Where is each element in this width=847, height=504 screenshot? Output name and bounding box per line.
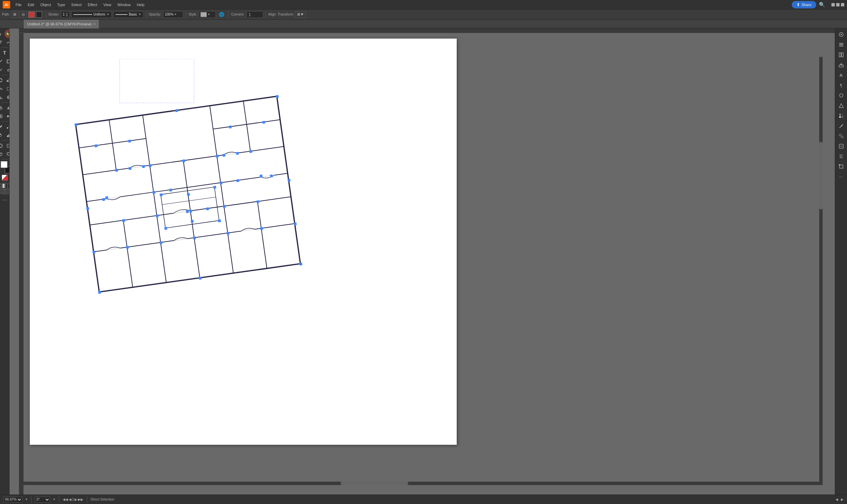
menu-edit[interactable]: Edit	[25, 2, 37, 8]
perspective-tool[interactable]	[0, 93, 5, 101]
hand-tool[interactable]	[0, 150, 5, 158]
curvature-tool[interactable]	[5, 38, 10, 47]
symbols-btn[interactable]	[836, 131, 846, 141]
close-button[interactable]	[841, 3, 844, 6]
selection-tool[interactable]	[0, 30, 5, 38]
align-panel-btn[interactable]	[836, 151, 846, 161]
tab-close-button[interactable]: ×	[93, 22, 96, 26]
chart-tool[interactable]	[5, 131, 10, 139]
menu-help[interactable]: Help	[134, 2, 148, 8]
symbol-tool[interactable]	[0, 131, 5, 139]
corners-down[interactable]: ▼	[249, 15, 251, 17]
screen-mode-1[interactable]	[0, 189, 4, 194]
artboard-tool[interactable]	[0, 142, 5, 150]
svg-rect-82	[156, 214, 159, 217]
prev-page-button[interactable]: ◀	[69, 498, 71, 501]
first-page-button[interactable]: ◀◀	[63, 498, 68, 501]
free-transform-tool[interactable]	[5, 85, 10, 93]
menu-object[interactable]: Object	[38, 2, 54, 8]
transform-panel-btn[interactable]	[836, 162, 846, 171]
pencil-tool[interactable]	[0, 66, 5, 74]
eyedropper-tool[interactable]	[0, 123, 5, 131]
last-page-button[interactable]: ▶▶	[78, 498, 83, 501]
pen-tool[interactable]	[0, 38, 5, 47]
reshape-tool[interactable]	[5, 93, 10, 101]
profile-button[interactable]: 🌐	[217, 11, 226, 18]
properties-btn[interactable]	[836, 30, 846, 39]
rectangle-tool[interactable]	[5, 57, 10, 65]
stroke-color-swatch[interactable]	[29, 12, 35, 18]
slice-tool[interactable]	[5, 142, 10, 150]
fill-swatch[interactable]	[1, 161, 7, 168]
line-type-dropdown[interactable]: Basic ▼	[113, 11, 144, 18]
libraries-btn[interactable]	[836, 50, 846, 59]
more-panels-btn[interactable]: ···	[836, 172, 846, 181]
fill-color-swatch[interactable]	[36, 12, 42, 18]
toggle-left-panel[interactable]: ◀	[835, 498, 838, 501]
vertical-scrollbar[interactable]	[819, 57, 823, 482]
style-dropdown[interactable]: ▼	[199, 11, 216, 18]
blend-tool[interactable]	[5, 123, 10, 131]
menu-window[interactable]: Window	[115, 2, 134, 8]
horizontal-scroll-thumb[interactable]	[341, 482, 408, 485]
rotate-tool[interactable]	[0, 76, 5, 84]
screen-mode-2[interactable]	[5, 189, 10, 194]
shape-builder-tool[interactable]	[0, 104, 5, 112]
horizontal-scrollbar[interactable]	[19, 482, 823, 485]
opt-icon-1[interactable]: ⊞	[11, 11, 18, 18]
svg-rect-105	[206, 207, 209, 210]
zoom-select[interactable]: 66.67% 50% 100%	[3, 497, 22, 503]
vertical-scroll-thumb[interactable]	[819, 142, 823, 210]
scale-tool[interactable]	[5, 76, 10, 84]
transform-options-btn[interactable]: ⊞▼	[295, 11, 306, 18]
svg-rect-78	[149, 164, 152, 167]
layers-btn[interactable]	[836, 40, 846, 50]
no-color-button[interactable]	[2, 175, 8, 181]
export-btn[interactable]	[836, 60, 846, 70]
assets-btn[interactable]	[836, 101, 846, 110]
menu-effect[interactable]: Effect	[85, 2, 100, 8]
angle-select[interactable]: 0°	[35, 497, 50, 503]
expand-toolbar[interactable]: ···	[1, 196, 9, 204]
maximize-button[interactable]	[836, 3, 840, 6]
appearance-btn[interactable]	[836, 91, 846, 100]
direct-selection-tool[interactable]	[5, 30, 10, 38]
graphic-styles-btn[interactable]	[836, 142, 846, 151]
type-panel-btn[interactable]: A	[836, 70, 846, 80]
menu-select[interactable]: Select	[68, 2, 84, 8]
swatches-btn[interactable]	[836, 111, 846, 121]
toolbar-divider-5	[1, 140, 8, 141]
menu-type[interactable]: Type	[54, 2, 68, 8]
corners-up[interactable]: ▲	[249, 12, 251, 15]
next-page-button[interactable]: ▶	[74, 498, 77, 501]
opt-icon-2[interactable]: ◎	[20, 11, 27, 18]
stroke-down[interactable]: ▼	[66, 15, 68, 17]
selection-tools	[0, 30, 10, 38]
line-tool[interactable]	[0, 57, 5, 65]
svg-rect-108	[105, 196, 108, 199]
mesh-tool[interactable]	[0, 112, 5, 120]
type-tool[interactable]: T	[1, 49, 9, 57]
zoom-tool[interactable]	[5, 150, 10, 158]
paragraph-btn[interactable]: ¶	[836, 80, 846, 90]
menu-view[interactable]: View	[101, 2, 114, 8]
document-tab[interactable]: Untitled-1* @ 66.67% (CMYK/Preview) ×	[24, 20, 99, 29]
corners-input[interactable]: ▲ ▼	[246, 11, 263, 18]
svg-rect-73	[175, 109, 178, 112]
svg-point-2	[0, 41, 2, 42]
color-mode-gradient[interactable]	[2, 183, 7, 188]
blob-brush-tool[interactable]	[5, 66, 10, 74]
search-button[interactable]: 🔍	[817, 1, 827, 8]
color-mode-color[interactable]	[0, 183, 2, 188]
live-paint-tool[interactable]	[5, 104, 10, 112]
minimize-button[interactable]	[831, 3, 835, 6]
warp-tool[interactable]	[0, 85, 5, 93]
share-button[interactable]: ⬆ Share	[792, 1, 816, 8]
gradient-tool[interactable]	[5, 112, 10, 120]
toggle-right-panel[interactable]: ▶	[841, 498, 844, 501]
menu-file[interactable]: File	[13, 2, 24, 8]
brushes-btn[interactable]	[836, 121, 846, 131]
stroke-type-dropdown[interactable]: Uniform ▼	[71, 11, 112, 18]
opacity-input[interactable]: 100% ▼	[163, 11, 183, 18]
stroke-up[interactable]: ▲	[66, 12, 68, 15]
